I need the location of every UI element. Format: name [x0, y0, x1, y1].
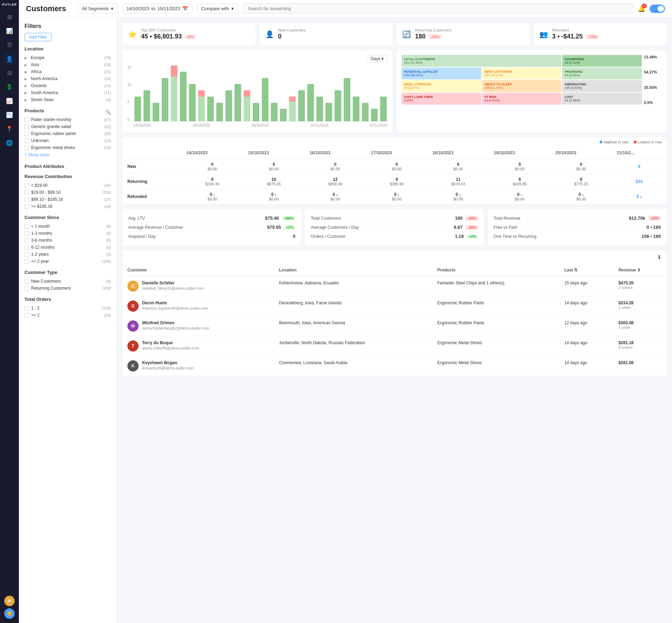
cell-new-2: 0$0.00 — [243, 159, 305, 174]
col-customer: Customer — [122, 264, 274, 276]
cust-last-terry: 14 days ago — [559, 336, 613, 356]
since-gte-2year: >= 2 year (180) — [24, 258, 111, 265]
stat-top20-value: 45 • $6,801.93 — [141, 33, 182, 40]
sidebar-secondary-avatar[interactable]: 😊 — [4, 608, 15, 619]
sidebar-icon-list[interactable]: ⊟ — [3, 66, 16, 79]
customer-since-section: Customer Since < 1 month (0) 1-3 months … — [24, 215, 111, 265]
bar-4 — [170, 65, 178, 121]
type-returning: Returning Customers (180) — [24, 285, 111, 292]
sidebar-icon-revenue[interactable]: 💲 — [3, 80, 16, 93]
seg-pct-1: 13.48% — [644, 55, 662, 59]
sidebar: PUTLER ⊞ 📊 ☰ 👤 ⊟ 💲 📈 📉 📍 🌐 M 😊 — [0, 0, 19, 623]
cust-rev-deron: $314.28 1 order — [614, 296, 666, 316]
sort-icon: ⬇ — [637, 268, 640, 272]
cust-rev-danielle: $475.20 2 orders — [614, 276, 666, 296]
type-new: New Customers (0) — [24, 278, 111, 285]
customers-table: Customer Location Products Last ⇅ Revenu… — [122, 264, 666, 376]
cell-new-3: 0$0.00 — [304, 159, 366, 174]
segment-selector[interactable]: All Segments ▾ — [77, 3, 118, 14]
seg-potential-loyalist: POTENTIAL LOYALIST 539 (38.04%) — [401, 68, 481, 79]
col-last[interactable]: Last ⇅ — [559, 264, 613, 276]
sidebar-icon-location[interactable]: 📍 — [3, 122, 16, 135]
bar-20 — [315, 65, 324, 121]
bar-27 — [379, 65, 387, 121]
data-table-card: Highest in row Lowest in row 14/10/2023 … — [122, 137, 666, 204]
sidebar-icon-chart3[interactable]: 📉 — [3, 108, 16, 121]
product-checkbox[interactable] — [24, 146, 29, 150]
orders-1-2: 1 - 2 (156) — [24, 305, 111, 312]
stat-returning-badge: -24% — [428, 34, 442, 39]
toggle-knob — [658, 6, 664, 12]
cell-new-8: $ — [612, 159, 666, 174]
seg-wrapper: LOYAL CUSTOMERS 161 (11.36%) CHAMPIONS 3… — [401, 55, 662, 105]
since-1-2years: 1-2 years (0) — [24, 251, 111, 258]
theme-toggle[interactable] — [650, 5, 665, 13]
metrics-card-3: Total Revenue $12.70k -23% Free vs Paid … — [488, 209, 666, 246]
cell-ret-7: 8$775.25 — [551, 174, 612, 189]
seg-need-attention: NEED ATTENTION 69 (4.87%) — [401, 80, 481, 92]
chevron-down-icon: ▾ — [231, 6, 234, 11]
content-area: Filters Add Filter Location ▶Europe (79)… — [19, 17, 672, 623]
stat-top20-customers: ⭐ Top 20% Customers 45 • $6,801.93 -8% — [122, 23, 255, 45]
metrics-row: Avg. LTV $75.46 +98% Average Revenue / C… — [122, 209, 666, 246]
table-header-row: 14/10/2023 15/10/2023 16/10/2023 17/10/2… — [122, 147, 666, 159]
metric-onetime-recurring: One Time vs Recurring 156 • 180 — [493, 232, 661, 241]
download-icon[interactable]: ⬇ — [657, 254, 662, 261]
compare-selector[interactable]: Compare with ▾ — [197, 3, 238, 14]
since-3-6months: 3-6 months (0) — [24, 237, 111, 244]
chart-x-labels: 14/10/2023 20/10/2023 26/10/2023 01/11/2… — [133, 123, 387, 127]
location-north-america: ▶North America (19) — [24, 75, 111, 82]
sidebar-icon-dashboard[interactable]: ⊞ — [3, 10, 16, 23]
chevron-right-icon: ▶ — [24, 70, 27, 74]
seg-pct-3: 25.55% — [644, 85, 662, 90]
cell-ret-3: 12$898.36 — [304, 174, 366, 189]
app-logo: PUTLER — [2, 3, 17, 6]
bar-2 — [152, 65, 160, 121]
sidebar-icon-globe[interactable]: 🌐 — [3, 136, 16, 149]
row-label-returning: Returning — [122, 174, 182, 189]
cust-prod-deron: Ergonomic Rubber Pants — [433, 296, 560, 316]
product-attributes-section: Product Attributes — [24, 164, 111, 169]
col-revenue[interactable]: Revenue ⬇ — [614, 264, 666, 276]
revenue-contribution-title: Revenue Contribution — [24, 174, 111, 179]
metric-total-customers: Total Customers 180 -24% — [311, 214, 478, 223]
show-more-products[interactable]: + Show more — [24, 151, 111, 159]
add-filter-button[interactable]: Add Filter — [24, 33, 51, 41]
sidebar-icon-customers[interactable]: 👤 — [3, 52, 16, 65]
product-ergonomic-metal: Ergonomic metal shoes (15) — [24, 144, 111, 151]
customer-type-section: Customer Type New Customers (0) Returnin… — [24, 270, 111, 292]
cust-cell-deron: D Deron Huels mauricio_kautzer46@demo.pu… — [122, 296, 274, 316]
location-europe: ▶Europe (79) — [24, 54, 111, 61]
page-title: Customers — [26, 4, 66, 13]
days-selector[interactable]: Days ▾ — [367, 55, 387, 63]
bar-26 — [370, 65, 378, 121]
product-checkbox[interactable] — [24, 139, 29, 143]
cell-ret-1: 9$234.39 — [182, 174, 243, 189]
notification-bell[interactable]: 🔔 2 — [638, 5, 645, 13]
sidebar-icon-chart2[interactable]: 📈 — [3, 94, 16, 107]
sidebar-icon-analytics[interactable]: 📊 — [3, 24, 16, 37]
metric-total-revenue: Total Revenue $12.70k -23% — [493, 214, 661, 223]
cust-last-winifred: 12 days ago — [559, 316, 613, 336]
col-date-5: 18/10/2023 — [427, 147, 489, 159]
date-range-picker[interactable]: 14/10/2023 to 10/11/2023 📅 — [122, 3, 192, 14]
sort-icon: ⇅ — [574, 268, 578, 272]
location-south-america: ▶South America (11) — [24, 89, 111, 96]
cell-ref-7: 0 ●$0.00 — [551, 189, 612, 204]
cust-cell-keyshawn: K Keyshawn Bogan leonardo26@demo.putler.… — [122, 356, 274, 376]
cell-ref-8: $ ● — [612, 189, 666, 204]
seg-pct-2: 54.27% — [644, 70, 662, 74]
product-checkbox[interactable] — [24, 118, 29, 122]
search-input[interactable] — [243, 3, 634, 14]
search-icon[interactable]: 🔍 — [105, 109, 111, 115]
product-checkbox[interactable] — [24, 132, 29, 136]
notification-badge: 2 — [642, 3, 647, 8]
seg-row-1: LOYAL CUSTOMERS 161 (11.36%) CHAMPIONS 3… — [401, 55, 642, 67]
sidebar-icon-reports[interactable]: ☰ — [3, 38, 16, 51]
seg-row-3: NEED ATTENTION 69 (4.87%) ABOUT TO SLEEP… — [401, 80, 642, 92]
header: Customers All Segments ▾ 14/10/2023 to 1… — [19, 0, 672, 17]
sidebar-user-avatar[interactable]: M — [4, 596, 15, 606]
rev-19-89: $19.00 - $89.10 (109) — [24, 189, 111, 196]
product-checkbox[interactable] — [24, 125, 29, 129]
col-date-3: 16/10/2023 — [304, 147, 366, 159]
